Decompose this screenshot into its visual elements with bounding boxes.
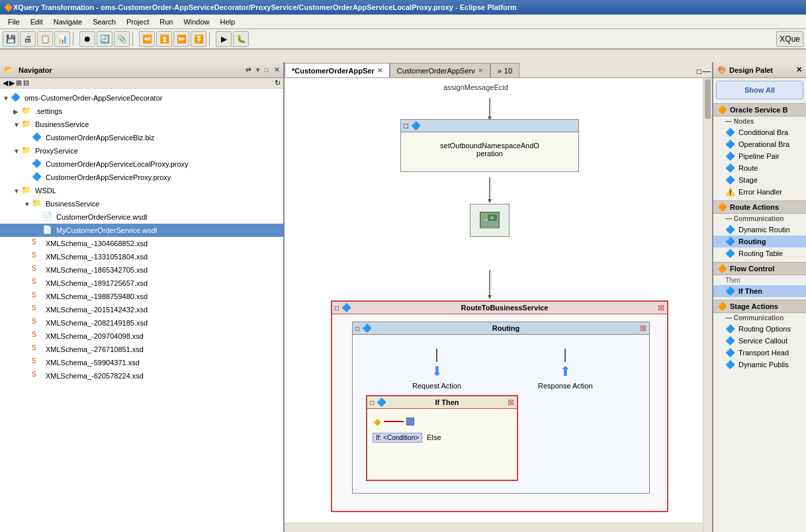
- menu-help[interactable]: Help: [215, 17, 241, 27]
- palette-item-service-callout[interactable]: 🔷 Service Callout: [713, 335, 806, 347]
- palette-item-error-handler[interactable]: ⚠️ Error Handler: [713, 186, 806, 198]
- palette-item-conditional-branch[interactable]: 🔷 Conditional Bra: [713, 126, 806, 138]
- menu-run[interactable]: Run: [154, 17, 178, 27]
- palette-section-flow-control-header[interactable]: 🔶 Flow Control: [713, 262, 806, 275]
- tree-item-xsd4[interactable]: S XMLSchema_-1891725657.xsd: [0, 277, 283, 290]
- tree-item-wsdl[interactable]: ▼ 📁 WSDL: [0, 184, 283, 197]
- editor-maximize[interactable]: □: [697, 67, 701, 76]
- set-outbound-box[interactable]: □ 🔷 setOutboundNamespaceAndO peration: [400, 119, 579, 172]
- palette-section-oracle-header[interactable]: 🔶 Oracle Service B: [713, 103, 806, 116]
- tree-item-xsd8[interactable]: S XMLSchema_-209704098.xsd: [0, 330, 283, 343]
- toolbar-btn-11[interactable]: ⏬: [191, 31, 206, 47]
- tree-item-xsd11[interactable]: S XMLSchema_-620578224.xsd: [0, 369, 283, 382]
- toolbar-btn-7[interactable]: 📎: [114, 31, 130, 47]
- tree-item-customerorderwsdl[interactable]: 📄 CustomerOrderService.wsdl: [0, 210, 283, 224]
- menu-window[interactable]: Window: [178, 17, 214, 27]
- menu-navigate[interactable]: Navigate: [48, 17, 87, 27]
- route-to-bs-container[interactable]: □ 🔷 RouteToBusinessService ⊠ □ 🔷 Routing…: [331, 300, 668, 512]
- tree-item-mycustomerwsdl[interactable]: 📄 MyCustomerOrderService.wsdl: [0, 224, 283, 237]
- if-then-box[interactable]: □ 🔷 If Then ⊠ ◆: [366, 395, 518, 481]
- palette-section-route-actions-header[interactable]: 🔶 Route Actions: [713, 200, 806, 214]
- tree-arrow-settings[interactable]: ▶: [13, 108, 21, 115]
- tree-item-project[interactable]: ▼ 🔷 oms-CustomerOrder-AppServiceDecorato…: [0, 91, 283, 105]
- toolbar-btn-4[interactable]: 📊: [54, 31, 70, 47]
- toolbar-btn-8[interactable]: ⏪: [139, 31, 155, 47]
- nav-sync-btn[interactable]: ⇄: [246, 66, 251, 73]
- tree-item-xsd3[interactable]: S XMLSchema_-1865342705.xsd: [0, 263, 283, 277]
- palette-item-pipeline-pair[interactable]: 🔷 Pipeline Pair: [713, 150, 806, 162]
- editor-minimize[interactable]: —: [703, 67, 711, 76]
- tree-arrow-project[interactable]: ▼: [3, 95, 11, 102]
- assign-box[interactable]: → ✕: [470, 204, 510, 237]
- toolbar-btn-1[interactable]: 💾: [3, 31, 19, 47]
- palette-item-routing-options[interactable]: 🔷 Routing Options: [713, 323, 806, 335]
- set-outbound-collapse-icon[interactable]: □: [404, 121, 408, 130]
- tree-collapse-all[interactable]: ⊟: [23, 79, 29, 87]
- route-collapse[interactable]: □: [335, 304, 339, 312]
- palette-item-route[interactable]: 🔷 Route: [713, 162, 806, 174]
- tree-arrow-bizservice[interactable]: ▼: [13, 121, 21, 128]
- toolbar-xque[interactable]: XQue: [776, 31, 803, 47]
- canvas-scrollbar-v[interactable]: [703, 78, 712, 532]
- tree-item-xsd1[interactable]: S XMLSchema_-1304668852.xsd: [0, 237, 283, 250]
- toolbar-run[interactable]: ▶: [216, 31, 232, 47]
- routing-collapse[interactable]: □: [355, 325, 359, 332]
- palette-item-operational-branch[interactable]: 🔷 Operational Bra: [713, 138, 806, 150]
- routing-icon: 🔷: [362, 324, 372, 333]
- menu-search[interactable]: Search: [87, 17, 121, 27]
- menu-edit[interactable]: Edit: [25, 17, 48, 27]
- canvas-scrollbar-thumb[interactable]: [705, 79, 711, 119]
- tab-customerorderappser-active[interactable]: *CustomerOrderAppSer ✕: [285, 63, 390, 77]
- tree-item-localproxy[interactable]: 🔷 CustomerOrderAppServiceLocalProxy.prox…: [0, 157, 283, 171]
- tree-item-xsd6[interactable]: S XMLSchema_-2015142432.xsd: [0, 303, 283, 316]
- palette-item-dynamic-publish[interactable]: 🔷 Dynamic Publis: [713, 359, 806, 371]
- tree-expand-all[interactable]: ⊞: [16, 79, 22, 87]
- palette-item-transport-header[interactable]: 🔷 Transport Head: [713, 347, 806, 359]
- toolbar-btn-10[interactable]: ⏩: [173, 31, 189, 47]
- show-all-button[interactable]: Show All: [716, 81, 803, 99]
- nav-max-btn[interactable]: □: [265, 66, 269, 73]
- tree-arrow-wsdl[interactable]: ▼: [13, 187, 21, 195]
- tree-item-xsd10[interactable]: S XMLSchema_-59904371.xsd: [0, 356, 283, 369]
- tree-item-biz-file[interactable]: 🔷 CustomerOrderAppServiceBiz.biz: [0, 131, 283, 144]
- tree-refresh[interactable]: ↻: [275, 79, 281, 87]
- toolbar-debug[interactable]: 🐛: [233, 31, 249, 47]
- tree-item-xsd7[interactable]: S XMLSchema_-2082149185.xsd: [0, 316, 283, 330]
- tree-nav-prev[interactable]: ◀: [3, 79, 8, 87]
- palette-item-stage[interactable]: 🔷 Stage: [713, 174, 806, 186]
- routing-inner-box[interactable]: □ 🔷 Routing ⊠ ⬇ Request Action: [352, 322, 650, 494]
- nav-close-btn[interactable]: ✕: [274, 66, 279, 73]
- toolbar-btn-2[interactable]: 🖨: [20, 31, 36, 47]
- palette-item-if-then[interactable]: 🔷 If Then: [713, 285, 806, 297]
- canvas-scrollbar-h[interactable]: [285, 523, 703, 532]
- menu-project[interactable]: Project: [121, 17, 154, 27]
- palette-item-dynamic-routing[interactable]: 🔷 Dynamic Routin: [713, 224, 806, 236]
- tab-close-1[interactable]: ✕: [377, 67, 382, 74]
- tree-item-xsd9[interactable]: S XMLSchema_-276710851.xsd: [0, 343, 283, 356]
- tab-10[interactable]: » 10: [490, 63, 519, 77]
- palette-item-routing-table[interactable]: 🔷 Routing Table: [713, 247, 806, 259]
- palette-item-routing[interactable]: 🔷 Routing: [713, 236, 806, 247]
- menu-file[interactable]: File: [3, 17, 25, 27]
- toolbar-btn-9[interactable]: ⏫: [156, 31, 172, 47]
- tree-item-xsd2[interactable]: S XMLSchema_-1331051804.xsd: [0, 250, 283, 263]
- nav-collapse-btn[interactable]: ▾: [256, 66, 259, 73]
- toolbar-btn-5[interactable]: ⏺: [79, 31, 95, 47]
- tree-nav-next[interactable]: ▶: [9, 79, 15, 87]
- diagram-area[interactable]: assignMessageEcid □ 🔷 setOutboundNamespa…: [285, 78, 712, 532]
- tree-item-proxy[interactable]: 🔷 CustomerOrderAppServiceProxy.proxy: [0, 171, 283, 184]
- tree-item-settings[interactable]: ▶ 📁 .settings: [0, 105, 283, 118]
- ifthen-collapse[interactable]: □: [370, 399, 374, 406]
- tree-item-xsd5[interactable]: S XMLSchema_-1988759480.xsd: [0, 290, 283, 303]
- tree-item-bizservice[interactable]: ▼ 📁 BusinessService: [0, 118, 283, 131]
- tree-arrow-bizservice2[interactable]: ▼: [24, 200, 32, 208]
- tab-customerorderappserv[interactable]: CustomerOrderAppServ ✕: [390, 63, 490, 77]
- palette-section-stage-actions-header[interactable]: 🔶 Stage Actions: [713, 300, 806, 313]
- tree-item-bizservice2[interactable]: ▼ 📁 BusinessService: [0, 197, 283, 210]
- palette-close[interactable]: ✕: [796, 66, 802, 74]
- tab-close-2[interactable]: ✕: [478, 67, 483, 74]
- toolbar-btn-6[interactable]: 🔄: [97, 31, 112, 47]
- tree-arrow-proxy[interactable]: ▼: [13, 148, 21, 155]
- tree-item-proxyservice[interactable]: ▼ 📁 ProxyService: [0, 144, 283, 157]
- toolbar-btn-3[interactable]: 📋: [37, 31, 53, 47]
